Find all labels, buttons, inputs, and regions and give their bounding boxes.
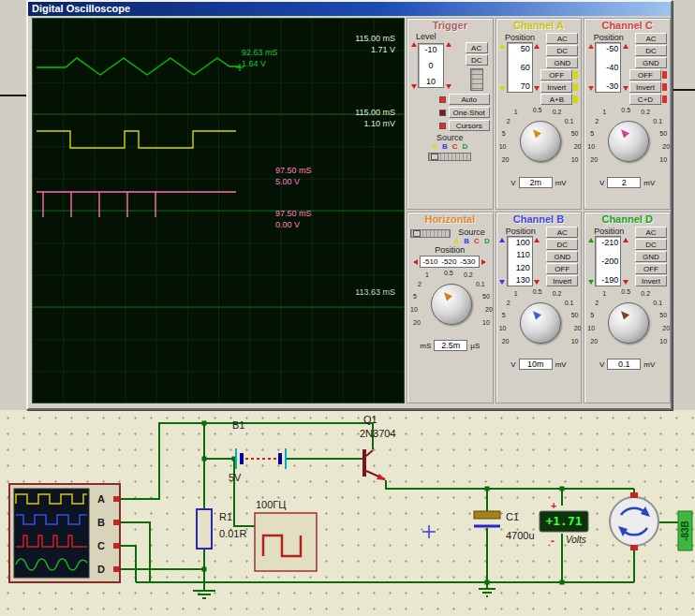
scope-display[interactable]: 115.00 mS 1.71 V 92.63 mS 1.64 V 115.00 … xyxy=(32,18,405,403)
channel-c-gnd-button[interactable]: GND xyxy=(635,57,667,68)
channel-c-position-display[interactable]: -50 -40 -30 xyxy=(595,42,621,93)
channel-c-indicator xyxy=(662,95,667,103)
horizontal-title: Horizontal xyxy=(410,213,490,226)
knob-scale-label: 50 xyxy=(659,312,667,318)
channel-a-position-arrows[interactable] xyxy=(499,44,506,91)
channel-b-position-display[interactable]: 100 110 120 130 xyxy=(507,236,533,286)
channel-c-gain-knob[interactable]: 1 0.5 0.2 2 5 10 20 0.1 50 20 10 xyxy=(587,107,667,176)
channel-a-off-button[interactable]: OFF xyxy=(540,69,572,81)
channel-b-gain-knob[interactable]: 1 0.5 0.2 2 5 10 20 0.1 50 20 10 xyxy=(499,288,579,358)
trigger-panel: Trigger Level -10 0 10 xyxy=(407,18,494,210)
knob-scale-label: 10 xyxy=(499,143,507,150)
channel-a-combine-button[interactable]: A+B xyxy=(540,94,572,105)
channel-a-position-display[interactable]: 50 60 70 xyxy=(507,42,533,93)
scope-pin-label: C xyxy=(97,540,105,551)
channel-d-position-display[interactable]: -210 -200 -190 xyxy=(595,236,621,286)
position-right-arrow-icon[interactable] xyxy=(481,259,486,265)
knob-scale-label: 10 xyxy=(659,338,667,345)
knob-scale-label: 20 xyxy=(662,143,670,150)
knob-scale-label: 10 xyxy=(571,338,579,345)
horizontal-panel: Horizontal Source A B C D xyxy=(407,212,494,403)
trigger-level-arrows[interactable] xyxy=(445,42,451,89)
knob-scale-label: 10 xyxy=(499,325,507,331)
svg-text:1.71 V: 1.71 V xyxy=(371,45,395,54)
knob-scale-label: 10 xyxy=(587,143,595,150)
channel-b-position-label: Position xyxy=(499,227,542,236)
generator-100hz[interactable]: 100ГЦ xyxy=(255,499,317,571)
side-display[interactable]: -83B xyxy=(678,511,692,550)
window-titlebar[interactable]: Digital Oscilloscope xyxy=(28,2,671,16)
channel-a-gnd-button[interactable]: GND xyxy=(546,57,578,68)
trigger-title: Trigger xyxy=(410,20,490,32)
svg-text:1.10 mV: 1.10 mV xyxy=(363,119,395,128)
channel-c-invert-button[interactable]: Invert xyxy=(629,81,661,93)
channel-c-position-arrows[interactable] xyxy=(622,44,628,91)
trigger-source-slider[interactable] xyxy=(428,153,471,161)
horizontal-position-display[interactable]: -510 -520 -530 xyxy=(420,256,480,268)
trigger-source-channels[interactable]: A B C D xyxy=(410,142,490,151)
channel-b-dc-button[interactable]: DC xyxy=(546,239,578,250)
channel-c-dc-button[interactable]: DC xyxy=(635,45,667,56)
channel-d-position-arrows[interactable] xyxy=(587,238,594,285)
trigger-dc-button[interactable]: DC xyxy=(466,54,488,66)
motor[interactable] xyxy=(610,492,658,550)
knob-scale-label: 2 xyxy=(418,281,421,287)
knob-scale-label: 5 xyxy=(590,312,594,318)
channel-b-off-button[interactable]: OFF xyxy=(546,263,578,274)
channel-d-unit-left: V xyxy=(599,360,604,369)
trigger-level-display[interactable]: -10 0 10 xyxy=(418,43,444,88)
knob-scale-label: 20 xyxy=(590,156,598,163)
trigger-auto-button[interactable]: Auto xyxy=(449,94,490,105)
trigger-level-slider[interactable] xyxy=(470,68,483,91)
channel-a-position-arrows[interactable] xyxy=(534,44,540,91)
channel-c-ac-button[interactable]: AC xyxy=(635,33,667,44)
channel-d-dc-button[interactable]: DC xyxy=(635,239,667,250)
svg-text:113.63 mS: 113.63 mS xyxy=(355,287,395,297)
battery-b1[interactable]: B1 5V xyxy=(229,419,286,483)
voltmeter[interactable]: +1.71 + - Volts xyxy=(540,500,588,548)
channel-a-panel: Channel A Position 50 60 70 xyxy=(495,18,583,210)
channel-c-off-button[interactable]: OFF xyxy=(629,69,661,81)
horizontal-source-channels[interactable]: A B C D xyxy=(454,237,490,245)
transistor-ref: Q1 xyxy=(363,414,377,425)
channel-d-gnd-button[interactable]: GND xyxy=(635,251,667,262)
knob-scale-label: 5 xyxy=(413,293,417,300)
timebase-knob[interactable]: 1 0.5 0.2 2 5 10 20 0.1 50 20 10 xyxy=(410,270,490,339)
capacitor-c1[interactable]: C1 4700u xyxy=(474,511,535,541)
channel-d-off-button[interactable]: OFF xyxy=(635,263,667,274)
trigger-level-arrows[interactable] xyxy=(410,42,417,89)
trigger-ac-button[interactable]: AC xyxy=(466,42,488,53)
channel-a-gain-knob[interactable]: 1 0.5 0.2 2 5 10 20 0.1 50 20 10 xyxy=(499,107,579,176)
svg-text:1.64 V: 1.64 V xyxy=(242,59,266,68)
channel-c-scale-value: 2 xyxy=(607,177,641,188)
knob-scale-label: 10 xyxy=(410,306,418,313)
trigger-one-shot-button[interactable]: One-Shot xyxy=(449,107,490,118)
channel-b-ac-button[interactable]: AC xyxy=(546,227,578,238)
resistor-r1[interactable]: R1 0.01R xyxy=(197,509,246,549)
side-display-value: -83B xyxy=(680,521,690,541)
knob-scale-label: 20 xyxy=(662,325,670,331)
channel-b-invert-button[interactable]: Invert xyxy=(546,275,578,286)
channel-b-position-arrows[interactable] xyxy=(534,238,540,285)
channel-c-position-arrows[interactable] xyxy=(587,44,594,91)
channel-a-invert-button[interactable]: Invert xyxy=(540,81,572,93)
channel-c-panel: Channel C Position -50 -40 -30 xyxy=(584,18,671,210)
channel-b-position-arrows[interactable] xyxy=(499,238,506,285)
channel-d-invert-button[interactable]: Invert xyxy=(635,275,667,286)
circuit-wires[interactable] xyxy=(120,423,678,582)
channel-d-ac-button[interactable]: AC xyxy=(635,227,667,238)
channel-d-position-arrows[interactable] xyxy=(622,238,628,285)
position-left-arrow-icon[interactable] xyxy=(413,259,418,265)
svg-text:0.00 V: 0.00 V xyxy=(275,220,300,229)
channel-d-gain-knob[interactable]: 1 0.5 0.2 2 5 10 20 0.1 50 20 10 xyxy=(587,288,667,358)
channel-a-ac-button[interactable]: AC xyxy=(546,33,578,44)
trigger-cursors-button[interactable]: Cursors xyxy=(449,120,490,131)
channel-c-indicator xyxy=(662,71,667,79)
channel-b-unit-right: mV xyxy=(555,360,567,369)
transistor-q1[interactable]: Q1 2N3704 xyxy=(360,414,396,480)
channel-c-combine-button[interactable]: C+D xyxy=(629,94,661,105)
channel-a-dc-button[interactable]: DC xyxy=(546,45,578,56)
horizontal-scroll-slider[interactable] xyxy=(410,229,451,238)
oscilloscope-component[interactable]: A B C D xyxy=(9,484,120,582)
channel-b-gnd-button[interactable]: GND xyxy=(546,251,578,262)
